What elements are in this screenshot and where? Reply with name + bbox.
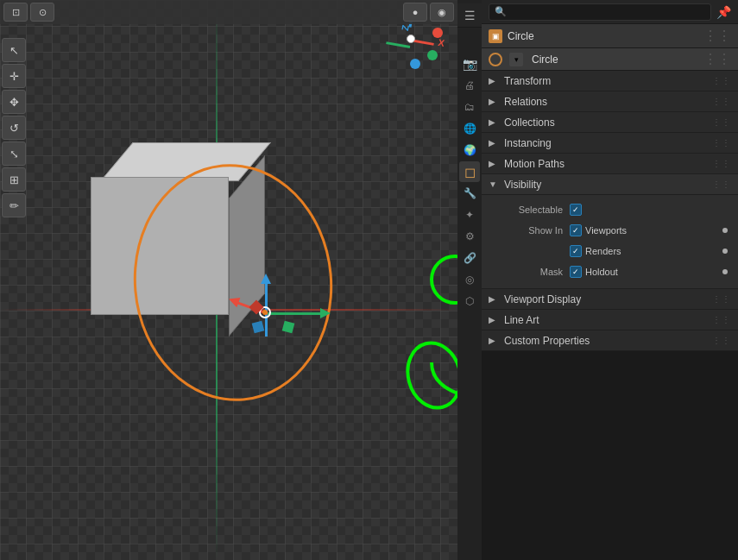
- custom-properties-chevron: ▶: [489, 336, 501, 345]
- holdout-label: Holdout: [585, 267, 618, 277]
- scale-tool-button[interactable]: ⤡: [2, 142, 26, 166]
- object-header-row: ▣ Circle ⋮⋮: [482, 24, 738, 48]
- 3d-viewport[interactable]: ↖ ✛ ✥ ↺ ⤡ ⊞ ✏ ⊡ ⊙ ● ◉: [0, 0, 457, 560]
- properties-panel: ☰ 📷 🖨 🗂 🌐 🌍 ◻ 🔧 ✦ ⚙ 🔗 ◎ ⬡ 🔍 📌 ▣ Circle ⋮…: [457, 0, 738, 560]
- motion-paths-label: Motion Paths: [504, 158, 712, 170]
- relations-label: Relations: [504, 96, 712, 108]
- viewports-label: Viewports: [585, 225, 627, 236]
- collections-options: ⋮⋮: [712, 117, 731, 127]
- transform-options: ⋮⋮: [712, 76, 731, 85]
- visibility-section[interactable]: ▼ Visibility ⋮⋮: [482, 174, 738, 195]
- viewport-display-section[interactable]: ▶ Viewport Display ⋮⋮: [482, 289, 738, 310]
- panel-pin-button[interactable]: 📌: [716, 5, 731, 19]
- line-art-options: ⋮⋮: [712, 315, 731, 324]
- world-properties-button[interactable]: 🌍: [459, 140, 480, 160]
- physics-properties-button[interactable]: ⚙: [459, 226, 480, 247]
- instancing-chevron: ▶: [489, 138, 501, 148]
- object-name-label: Circle: [508, 30, 698, 42]
- viewports-checkbox[interactable]: ✓: [570, 224, 582, 236]
- transform-gizmo[interactable]: [229, 276, 315, 362]
- viewports-dot: [722, 228, 728, 233]
- panel-options-icon[interactable]: ⋮⋮: [703, 28, 731, 44]
- view-layer-properties-button[interactable]: 🗂: [459, 97, 480, 117]
- viewport-display-options: ⋮⋮: [712, 294, 731, 304]
- mesh-options-icon[interactable]: ⋮⋮: [703, 51, 731, 67]
- material-properties-button[interactable]: ⬡: [459, 291, 480, 311]
- material-preview-button[interactable]: ●: [403, 3, 427, 22]
- renders-label: Renders: [585, 246, 621, 256]
- line-art-label: Line Art: [504, 314, 712, 326]
- line-art-section[interactable]: ▶ Line Art ⋮⋮: [482, 310, 738, 330]
- visibility-content: Selectable ✓ Show In ✓ Viewports ✓ Rende…: [482, 195, 738, 289]
- relations-section[interactable]: ▶ Relations ⋮⋮: [482, 91, 738, 112]
- viewport-overlay-button[interactable]: ⊙: [30, 3, 54, 22]
- visibility-options: ⋮⋮: [712, 179, 731, 189]
- rotate-tool-button[interactable]: ↺: [2, 116, 26, 140]
- plane-xz: [252, 321, 265, 334]
- object-properties-button[interactable]: ◻: [459, 161, 480, 182]
- move-tool-button[interactable]: ✥: [2, 90, 26, 114]
- transform-tool-button[interactable]: ⊞: [2, 167, 26, 192]
- mesh-name-label: Circle: [532, 53, 698, 66]
- gizmo-y-dot: [427, 50, 438, 60]
- viewport-left-toolbar: ↖ ✛ ✥ ↺ ⤡ ⊞ ✏: [0, 35, 28, 221]
- collections-label: Collections: [504, 116, 712, 129]
- mesh-type-icon: [489, 53, 502, 66]
- panel-search-input[interactable]: 🔍: [489, 3, 711, 21]
- rendered-preview-button[interactable]: ◉: [430, 3, 454, 22]
- transform-section[interactable]: ▶ Transform ⋮⋮: [482, 71, 738, 91]
- instancing-section[interactable]: ▶ Instancing ⋮⋮: [482, 133, 738, 154]
- cursor-tool-button[interactable]: ✛: [2, 64, 26, 88]
- viewport-shading-button[interactable]: ⊡: [3, 3, 28, 22]
- collections-section[interactable]: ▶ Collections ⋮⋮: [482, 112, 738, 133]
- properties-main-content: 🔍 📌 ▣ Circle ⋮⋮ ▾ Circle ⋮⋮ ▶ Transform …: [482, 0, 738, 560]
- transform-chevron: ▶: [489, 76, 501, 85]
- viewport-display-label: Viewport Display: [504, 293, 712, 305]
- custom-properties-section[interactable]: ▶ Custom Properties ⋮⋮: [482, 330, 738, 351]
- visibility-chevron: ▼: [489, 179, 501, 189]
- show-in-viewports-row: Show In ✓ Viewports: [492, 221, 728, 240]
- mesh-dropdown-icon[interactable]: ▾: [509, 53, 523, 66]
- modifier-properties-button[interactable]: 🔧: [459, 183, 480, 204]
- renders-row: ✓ Renders: [492, 242, 728, 261]
- gizmo-z-dot: [410, 59, 420, 69]
- plane-yz: [282, 321, 295, 334]
- scene-properties-button[interactable]: 🌐: [459, 118, 480, 139]
- mesh-header-row: ▾ Circle ⋮⋮: [482, 48, 738, 71]
- gizmo-x-dot: [432, 28, 443, 38]
- collections-chevron: ▶: [489, 117, 501, 127]
- panel-menu-button[interactable]: ☰: [459, 5, 480, 26]
- mask-label: Mask: [492, 267, 570, 277]
- gizmo-y-axis: [386, 41, 410, 48]
- output-properties-button[interactable]: 🖨: [459, 75, 480, 96]
- annotate-tool-button[interactable]: ✏: [2, 193, 26, 217]
- properties-side-icons: ☰ 📷 🖨 🗂 🌐 🌍 ◻ 🔧 ✦ ⚙ 🔗 ◎ ⬡: [457, 0, 482, 560]
- visibility-label: Visibility: [504, 179, 712, 191]
- selectable-row: Selectable ✓: [492, 200, 728, 219]
- instancing-label: Instancing: [504, 137, 712, 149]
- line-art-chevron: ▶: [489, 315, 501, 324]
- renders-dot: [722, 249, 728, 254]
- show-in-label: Show In: [492, 225, 570, 236]
- particles-properties-button[interactable]: ✦: [459, 204, 480, 225]
- viewport-display-chevron: ▶: [489, 294, 501, 304]
- select-tool-button[interactable]: ↖: [2, 38, 26, 62]
- data-properties-button[interactable]: ◎: [459, 269, 480, 290]
- selectable-checkbox[interactable]: ✓: [570, 204, 582, 216]
- holdout-dot: [722, 269, 728, 274]
- gizmo-center-dot: [407, 35, 415, 43]
- motion-paths-section[interactable]: ▶ Motion Paths ⋮⋮: [482, 154, 738, 174]
- y-arrow: [268, 312, 324, 315]
- instancing-options: ⋮⋮: [712, 138, 731, 148]
- selectable-label: Selectable: [492, 204, 570, 215]
- constraints-properties-button[interactable]: 🔗: [459, 248, 480, 268]
- render-properties-button[interactable]: 📷: [459, 53, 480, 74]
- motion-paths-chevron: ▶: [489, 159, 501, 168]
- object-type-icon: ▣: [489, 29, 502, 43]
- renders-checkbox[interactable]: ✓: [570, 245, 582, 257]
- custom-properties-options: ⋮⋮: [712, 336, 731, 345]
- holdout-checkbox[interactable]: ✓: [570, 266, 582, 278]
- transform-label: Transform: [504, 75, 712, 87]
- relations-options: ⋮⋮: [712, 97, 731, 106]
- holdout-row: Mask ✓ Holdout: [492, 262, 728, 281]
